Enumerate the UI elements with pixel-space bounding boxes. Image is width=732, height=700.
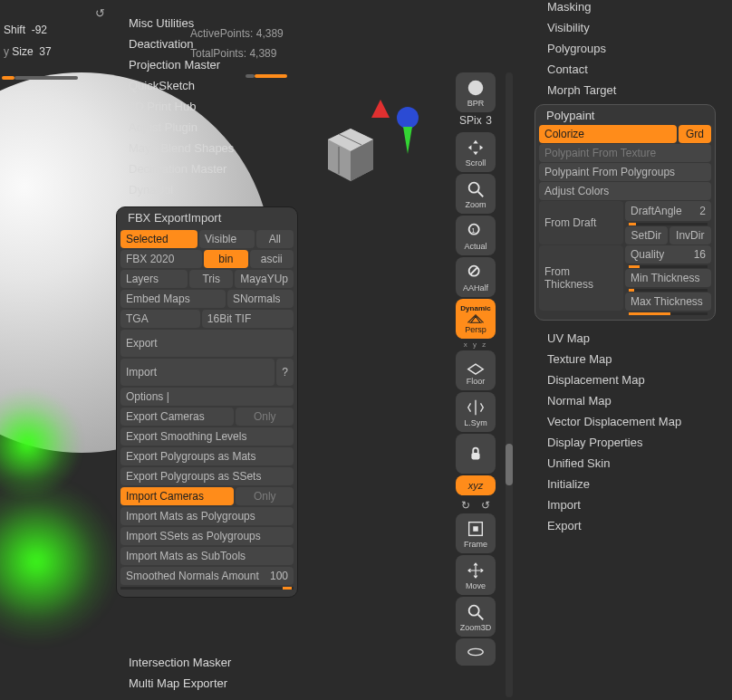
fbx-smoothed-normals[interactable]: Smoothed Normals Amount 100	[120, 567, 294, 585]
section-header[interactable]: Polygroups	[535, 38, 725, 59]
actual-button[interactable]: 1 Actual	[456, 216, 496, 255]
zoom-button[interactable]: Zoom	[456, 174, 496, 214]
fbx-import-ssets-pg[interactable]: Import SSets as Polygroups	[120, 527, 294, 545]
fbx-export-pg-ssets[interactable]: Export Polygroups as SSets	[120, 467, 294, 485]
fbx-ascii[interactable]: ascii	[250, 250, 294, 268]
polypaint-header[interactable]: Polypaint	[539, 109, 711, 124]
section-header[interactable]: Export	[535, 515, 725, 536]
xyz-button[interactable]: xyz	[456, 475, 496, 495]
section-header[interactable]: Contact	[535, 59, 725, 80]
plugin-item[interactable]: 3D Print Hub	[116, 96, 297, 117]
rotate-left-icon[interactable]: ↻	[461, 499, 470, 512]
section-header[interactable]: Unified Skin	[535, 453, 725, 474]
grd-button[interactable]: Grd	[679, 125, 711, 143]
from-draft[interactable]: From Draft	[539, 201, 623, 245]
scroll-button[interactable]: Scroll	[456, 132, 496, 172]
from-thickness[interactable]: From Thickness	[539, 245, 623, 311]
zoom3d-icon	[466, 602, 486, 622]
axis-gizmo[interactable]	[317, 91, 435, 217]
section-header[interactable]: Import	[535, 494, 725, 515]
quality-track[interactable]	[629, 265, 708, 268]
quality-slider[interactable]: Quality 16	[625, 245, 711, 264]
fbx-snormals[interactable]: SNormals	[227, 290, 294, 308]
fbx-version[interactable]: FBX 2020	[120, 250, 202, 268]
svg-marker-2	[403, 127, 412, 154]
min-thickness-track[interactable]	[629, 289, 708, 292]
section-header[interactable]: Displacement Map	[535, 369, 725, 390]
smoothed-slider-track[interactable]	[120, 587, 294, 590]
fbx-help[interactable]: ?	[276, 359, 294, 386]
fbx-all[interactable]: All	[256, 230, 294, 248]
max-thickness[interactable]: Max Thickness	[625, 292, 711, 311]
size-slider[interactable]: y Size 37	[0, 43, 82, 60]
section-header[interactable]: Masking	[535, 0, 725, 17]
plugin-item[interactable]: Multi Map Exporter	[116, 673, 297, 694]
polypaint-from-polygroups[interactable]: Polypaint From Polygroups	[539, 163, 711, 181]
lock-button[interactable]	[456, 434, 496, 474]
fbx-header[interactable]: FBX ExportImport	[117, 207, 297, 228]
section-header[interactable]: Normal Map	[535, 390, 725, 411]
fbx-bin[interactable]: bin	[204, 250, 247, 268]
back-icon[interactable]: ↺	[95, 6, 108, 19]
fbx-visible[interactable]: Visible	[199, 230, 255, 248]
adjust-colors[interactable]: Adjust Colors	[539, 182, 711, 200]
draft-angle-track[interactable]	[629, 223, 708, 225]
persp-button[interactable]: Dynamic Persp	[456, 299, 496, 339]
fbx-tris[interactable]: Tris	[189, 270, 233, 288]
section-header[interactable]: UV Map	[535, 328, 725, 349]
plugin-item[interactable]: Intersection Masker	[116, 652, 297, 673]
aahalf-button[interactable]: AAHalf	[456, 257, 496, 297]
draft-angle[interactable]: DraftAngle 2	[625, 201, 711, 221]
min-thickness[interactable]: Min Thickness	[625, 269, 711, 287]
section-header[interactable]: Morph Target	[535, 80, 725, 101]
fbx-import-cameras-only[interactable]: Only	[236, 487, 294, 505]
plugin-item[interactable]: QuickSketch	[116, 75, 297, 96]
scrollbar-thumb[interactable]	[506, 444, 513, 485]
fbx-selected[interactable]: Selected	[120, 230, 197, 248]
fbx-16bit-tif[interactable]: 16Bit TIF	[202, 310, 294, 328]
invdir-button[interactable]: InvDir	[669, 226, 712, 245]
setdir-button[interactable]: SetDir	[625, 226, 668, 245]
shift-slider[interactable]: Shift -92	[0, 22, 82, 38]
total-points-value: 4,389	[249, 47, 276, 60]
frame-button[interactable]: Frame	[456, 513, 496, 553]
fbx-import[interactable]: Import	[120, 359, 274, 386]
rotate-right-icon[interactable]: ↺	[481, 499, 490, 512]
extra-button[interactable]	[456, 638, 496, 666]
plugin-item[interactable]: Adjust Plugin	[116, 117, 297, 138]
svg-text:1: 1	[471, 225, 475, 234]
move-button[interactable]: Move	[456, 555, 496, 595]
fbx-import-mats-subtools[interactable]: Import Mats as SubTools	[120, 547, 294, 565]
right-panel-scrollbar[interactable]	[506, 72, 513, 697]
section-header[interactable]: Vector Displacement Map	[535, 411, 725, 432]
plugin-item[interactable]: DynaUtil	[116, 179, 297, 200]
fbx-export-pg-mats[interactable]: Export Polygroups as Mats	[120, 447, 294, 465]
colorize-button[interactable]: Colorize	[539, 125, 677, 143]
fbx-layers[interactable]: Layers	[120, 270, 188, 288]
plugin-item[interactable]: Decimation Master	[116, 158, 297, 179]
section-header[interactable]: Visibility	[535, 17, 725, 38]
fbx-embed-maps[interactable]: Embed Maps	[120, 290, 226, 308]
bpr-button[interactable]: BPR	[456, 72, 496, 112]
plugin-item[interactable]: Maya Blend Shapes	[116, 138, 297, 158]
zoom3d-button[interactable]: Zoom3D	[456, 597, 496, 637]
size-slider-track[interactable]	[2, 69, 83, 74]
fbx-export[interactable]: Export	[120, 330, 294, 357]
svg-point-20	[468, 648, 484, 655]
fbx-options[interactable]: Options |	[120, 388, 294, 406]
fbx-import-mats-pg[interactable]: Import Mats as Polygroups	[120, 507, 294, 525]
fbx-export-smoothing[interactable]: Export Smoothing Levels	[120, 427, 294, 446]
lsym-button[interactable]: L.Sym	[456, 392, 496, 432]
polypaint-from-texture[interactable]: Polypaint From Texture	[539, 144, 711, 162]
fbx-import-cameras[interactable]: Import Cameras	[120, 487, 234, 505]
section-header[interactable]: Display Properties	[535, 432, 725, 453]
fbx-export-cameras-only[interactable]: Only	[236, 408, 294, 426]
spix-slider[interactable]: SPix3	[456, 114, 496, 127]
max-thickness-track[interactable]	[629, 312, 708, 315]
section-header[interactable]: Texture Map	[535, 349, 725, 369]
fbx-tga[interactable]: TGA	[120, 310, 200, 328]
fbx-mayayup[interactable]: MayaYUp	[235, 270, 294, 288]
section-header[interactable]: Initialize	[535, 474, 725, 494]
fbx-export-cameras[interactable]: Export Cameras	[120, 408, 234, 426]
floor-button[interactable]: Floor	[456, 350, 496, 390]
